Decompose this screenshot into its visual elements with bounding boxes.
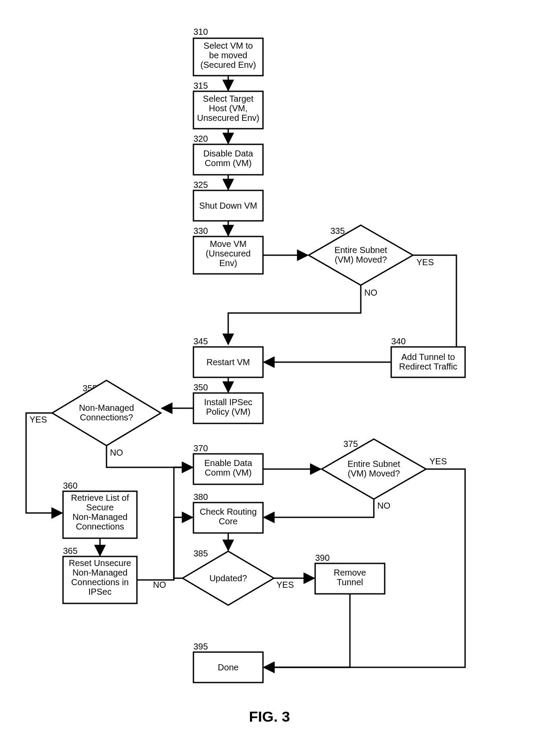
node-380: 380 Check Routing Core [193,492,263,533]
figure-label: FIG. 3 [249,708,290,725]
svg-text:Non-Managed: Non-Managed [79,403,134,413]
node-340: 340 Add Tunnel to Redirect Traffic [391,336,465,377]
svg-text:Retrieve List of: Retrieve List of [71,493,129,503]
svg-text:Add Tunnel to: Add Tunnel to [401,352,455,362]
svg-text:Enable Data: Enable Data [204,458,253,468]
label-355-no: NO [110,448,123,457]
svg-text:Secure: Secure [86,503,113,512]
node-390: 390 Remove Tunnel [315,553,385,594]
label-385-no: NO [153,580,166,589]
svg-text:Connections: Connections [76,522,124,531]
edge-335-no-345 [228,285,361,344]
svg-text:Updated?: Updated? [210,573,247,583]
edge-375-no-380 [264,499,374,517]
svg-text:Redirect Traffic: Redirect Traffic [399,362,457,371]
svg-text:360: 360 [63,481,77,490]
svg-text:380: 380 [193,492,208,502]
svg-text:395: 395 [193,642,208,651]
svg-text:Shut Down VM: Shut Down VM [199,201,257,210]
svg-text:340: 340 [391,336,406,346]
edge-385-no-380 [174,517,193,578]
node-385: 385 Updated? [183,549,274,605]
node-370: 370 Enable Data Comm (VM) [193,443,263,484]
svg-text:Disable Data: Disable Data [203,149,253,158]
label-355-yes: YES [30,415,47,424]
svg-text:Install IPSec: Install IPSec [204,397,252,407]
svg-text:345: 345 [193,336,208,346]
svg-text:be moved: be moved [209,50,247,60]
svg-text:310: 310 [193,27,208,37]
edge-335-yes-340 [413,255,456,360]
svg-text:IPSec: IPSec [88,587,111,596]
svg-text:Entire Subnet: Entire Subnet [334,245,387,255]
svg-text:(VM) Moved?: (VM) Moved? [348,469,400,478]
label-385-yes: YES [276,580,294,589]
svg-text:330: 330 [193,226,208,236]
svg-text:Connections?: Connections? [80,413,133,422]
svg-text:390: 390 [315,553,329,563]
svg-text:320: 320 [193,134,208,143]
node-335: 335 Entire Subnet (VM) Moved? [309,225,413,285]
svg-text:315: 315 [193,81,208,90]
svg-text:325: 325 [193,180,208,190]
edge-390-395 [264,594,350,667]
label-335-no: NO [364,288,377,297]
svg-text:Select Target: Select Target [203,94,254,103]
edge-365-370 [137,467,193,580]
node-395: 395 Done [193,642,263,683]
svg-text:Non-Managed: Non-Managed [73,512,128,522]
svg-text:Unsecured Env): Unsecured Env) [197,113,259,123]
label-335-yes: YES [416,257,434,267]
svg-text:Env): Env) [219,258,237,268]
edge-355-yes-360 [26,413,62,513]
svg-text:(Unsecured: (Unsecured [206,249,250,258]
svg-text:Done: Done [218,663,239,672]
svg-text:Connections in: Connections in [71,577,129,587]
svg-text:350: 350 [193,383,208,392]
svg-text:Move VM: Move VM [210,239,246,249]
svg-text:Core: Core [219,516,237,526]
svg-text:Restart VM: Restart VM [206,357,250,367]
svg-text:Check Routing: Check Routing [200,507,256,516]
svg-text:385: 385 [193,549,208,558]
svg-text:Policy (VM): Policy (VM) [206,407,250,416]
node-375: 375 Entire Subnet (VM) Moved? [322,439,426,499]
svg-text:Select VM to: Select VM to [203,41,253,50]
svg-text:(Secured Env): (Secured Env) [200,60,256,70]
flowchart-figure: 310 Select VM to be moved (Secured Env) … [0,0,539,756]
label-375-yes: YES [429,456,447,466]
svg-text:370: 370 [193,443,208,453]
svg-text:365: 365 [63,546,77,556]
node-360: 360 Retrieve List of Secure Non-Managed … [63,481,137,538]
node-355: 355 Non-Managed Connections? [52,380,161,446]
svg-text:Tunnel: Tunnel [337,577,363,587]
svg-text:Remove: Remove [334,568,366,577]
svg-text:Reset Unsecure: Reset Unsecure [69,558,131,568]
svg-text:Entire Subnet: Entire Subnet [347,459,400,469]
svg-text:(VM) Moved?: (VM) Moved? [335,255,387,264]
svg-text:335: 335 [330,226,345,236]
svg-text:Comm (VM): Comm (VM) [205,158,252,168]
svg-text:375: 375 [343,439,358,449]
svg-text:Non-Managed: Non-Managed [73,568,128,577]
svg-text:Host (VM,: Host (VM, [209,103,248,113]
node-310: 310 Select VM to be moved (Secured Env) [193,27,263,76]
svg-text:Comm (VM): Comm (VM) [205,468,252,477]
label-375-no: NO [377,501,390,510]
